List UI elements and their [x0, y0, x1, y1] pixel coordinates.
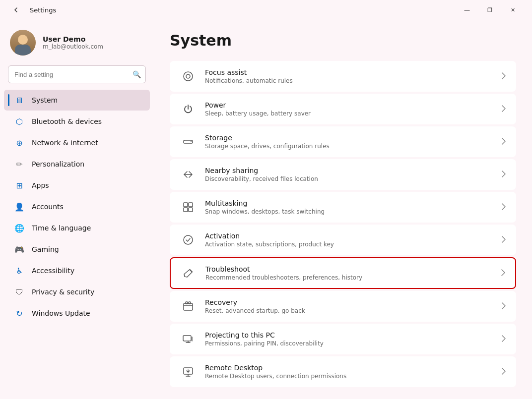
sidebar-item-label-network: Network & internet	[32, 139, 98, 147]
settings-list: Focus assistNotifications, automatic rul…	[170, 61, 516, 387]
recovery-subtitle: Reset, advanced startup, go back	[205, 307, 493, 314]
search-box: 🔍	[8, 65, 146, 83]
recovery-text: RecoveryReset, advanced startup, go back	[205, 298, 493, 314]
activation-text: ActivationActivation state, subscription…	[205, 232, 493, 248]
system-nav-icon: 🖥	[14, 95, 25, 106]
troubleshoot-icon	[181, 265, 197, 281]
sidebar-item-label-gaming: Gaming	[32, 245, 59, 253]
user-name: User Demo	[43, 35, 103, 43]
sidebar-item-label-personalization: Personalization	[32, 160, 84, 168]
multitasking-chevron-icon	[502, 203, 506, 212]
svg-rect-10	[189, 302, 191, 304]
setting-item-focus-assist[interactable]: Focus assistNotifications, automatic rul…	[170, 61, 516, 92]
sidebar-item-accessibility[interactable]: ♿Accessibility	[4, 260, 150, 281]
back-button[interactable]	[8, 2, 24, 18]
recovery-chevron-icon	[502, 302, 506, 311]
recovery-icon	[180, 298, 196, 314]
window-controls: — ❐ ✕	[456, 2, 524, 18]
svg-point-2	[191, 141, 192, 142]
projecting-title: Projecting to this PC	[205, 331, 493, 339]
close-button[interactable]: ✕	[501, 2, 524, 18]
setting-item-projecting[interactable]: Projecting to this PCPermissions, pairin…	[170, 324, 516, 354]
minimize-button[interactable]: —	[456, 2, 478, 18]
sidebar-item-bluetooth[interactable]: ⬡Bluetooth & devices	[4, 111, 150, 132]
svg-rect-8	[184, 303, 193, 310]
sidebar-item-label-update: Windows Update	[32, 309, 90, 317]
titlebar-left: Settings	[8, 2, 56, 18]
focus-assist-title: Focus assist	[205, 68, 493, 76]
user-profile[interactable]: User Demo m_lab@outlook.com	[0, 24, 154, 65]
nav-list: 🖥System⬡Bluetooth & devices⊕Network & in…	[0, 89, 154, 324]
storage-chevron-icon	[502, 138, 506, 146]
setting-item-activation[interactable]: ActivationActivation state, subscription…	[170, 225, 516, 255]
sidebar-item-apps[interactable]: ⊞Apps	[4, 175, 150, 196]
privacy-nav-icon: 🛡	[14, 286, 25, 297]
svg-rect-5	[184, 208, 188, 212]
storage-subtitle: Storage space, drives, configuration rul…	[205, 143, 493, 150]
remote-desktop-chevron-icon	[502, 368, 506, 376]
setting-item-troubleshoot[interactable]: TroubleshootRecommended troubleshooters,…	[170, 257, 516, 289]
apps-nav-icon: ⊞	[14, 180, 25, 191]
content-area: System Focus assistNotifications, automa…	[154, 20, 532, 399]
troubleshoot-subtitle: Recommended troubleshooters, preferences…	[205, 274, 492, 281]
personalization-nav-icon: ✏	[14, 159, 25, 170]
page-title: System	[170, 32, 516, 49]
settings-window: Settings — ❐ ✕ User D	[0, 0, 532, 399]
sidebar-item-update[interactable]: ↻Windows Update	[4, 303, 150, 324]
activation-subtitle: Activation state, subscriptions, product…	[205, 241, 493, 248]
svg-rect-11	[183, 336, 191, 341]
svg-rect-9	[186, 302, 188, 304]
accessibility-nav-icon: ♿	[14, 265, 25, 276]
svg-rect-4	[189, 203, 193, 207]
remote-desktop-subtitle: Remote Desktop users, connection permiss…	[205, 373, 493, 380]
sidebar-item-privacy[interactable]: 🛡Privacy & security	[4, 282, 150, 302]
setting-item-nearby-sharing[interactable]: Nearby sharingDiscoverability, received …	[170, 159, 516, 190]
remote-desktop-icon	[180, 364, 196, 380]
focus-assist-text: Focus assistNotifications, automatic rul…	[205, 68, 493, 84]
sidebar-item-personalization[interactable]: ✏Personalization	[4, 154, 150, 174]
sidebar-item-label-privacy: Privacy & security	[32, 288, 94, 296]
sidebar-item-label-time: Time & language	[32, 224, 91, 232]
avatar	[10, 30, 36, 56]
titlebar: Settings — ❐ ✕	[0, 0, 532, 20]
search-icon[interactable]: 🔍	[133, 70, 141, 78]
sidebar-item-network[interactable]: ⊕Network & internet	[4, 132, 150, 153]
projecting-chevron-icon	[502, 335, 506, 343]
activation-icon	[180, 232, 196, 248]
sidebar: User Demo m_lab@outlook.com 🔍 🖥System⬡Bl…	[0, 20, 154, 399]
search-input[interactable]	[8, 65, 146, 83]
maximize-button[interactable]: ❐	[478, 2, 501, 18]
update-nav-icon: ↻	[14, 308, 25, 319]
multitasking-text: MultitaskingSnap windows, desktops, task…	[205, 199, 493, 215]
nearby-sharing-title: Nearby sharing	[205, 167, 493, 174]
accounts-nav-icon: 👤	[14, 201, 25, 212]
setting-item-recovery[interactable]: RecoveryReset, advanced startup, go back	[170, 291, 516, 322]
sidebar-item-label-accounts: Accounts	[32, 203, 64, 211]
gaming-nav-icon: 🎮	[14, 244, 25, 255]
multitasking-title: Multitasking	[205, 199, 493, 207]
setting-item-storage[interactable]: StorageStorage space, drives, configurat…	[170, 126, 516, 157]
user-info: User Demo m_lab@outlook.com	[43, 35, 103, 50]
activation-chevron-icon	[502, 236, 506, 244]
sidebar-item-gaming[interactable]: 🎮Gaming	[4, 239, 150, 260]
user-email: m_lab@outlook.com	[43, 43, 103, 50]
focus-assist-chevron-icon	[502, 72, 506, 81]
power-icon	[180, 101, 196, 117]
sidebar-item-system[interactable]: 🖥System	[4, 90, 150, 111]
remote-desktop-text: Remote DesktopRemote Desktop users, conn…	[205, 364, 493, 380]
setting-item-remote-desktop[interactable]: Remote DesktopRemote Desktop users, conn…	[170, 356, 516, 387]
recovery-title: Recovery	[205, 298, 493, 306]
storage-text: StorageStorage space, drives, configurat…	[205, 134, 493, 150]
sidebar-item-label-apps: Apps	[32, 181, 49, 189]
multitasking-subtitle: Snap windows, desktops, task switching	[205, 208, 493, 215]
sidebar-item-time[interactable]: 🌐Time & language	[4, 218, 150, 238]
power-title: Power	[205, 101, 493, 109]
power-subtitle: Sleep, battery usage, battery saver	[205, 110, 493, 117]
focus-assist-icon	[180, 68, 196, 84]
setting-item-multitasking[interactable]: MultitaskingSnap windows, desktops, task…	[170, 192, 516, 223]
sidebar-item-accounts[interactable]: 👤Accounts	[4, 196, 150, 217]
projecting-subtitle: Permissions, pairing PIN, discoverabilit…	[205, 340, 493, 347]
setting-item-power[interactable]: PowerSleep, battery usage, battery saver	[170, 94, 516, 124]
storage-icon	[180, 134, 196, 150]
focus-assist-subtitle: Notifications, automatic rules	[205, 77, 493, 84]
